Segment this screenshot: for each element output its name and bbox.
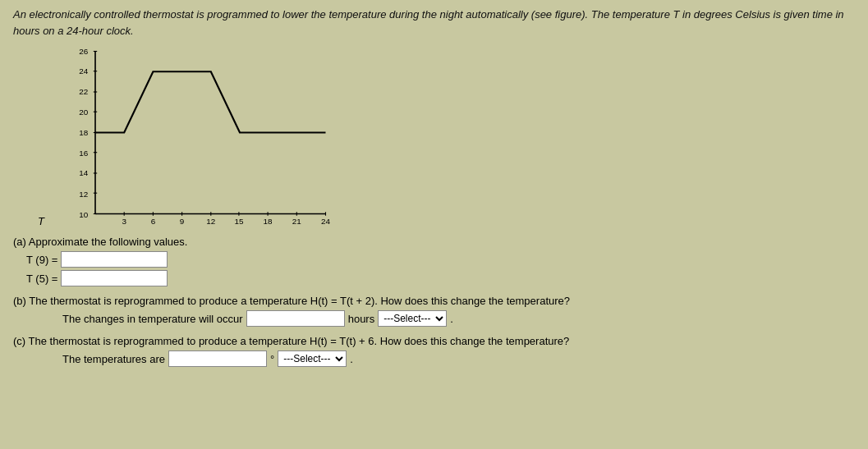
- t5-label: T (5) =: [26, 273, 57, 285]
- svg-text:6: 6: [151, 217, 156, 226]
- hours-input[interactable]: [246, 310, 345, 327]
- svg-text:26: 26: [79, 47, 89, 56]
- svg-text:24: 24: [79, 66, 89, 76]
- t9-input[interactable]: [61, 251, 168, 268]
- intro-text: An electronically controlled thermostat …: [13, 7, 855, 39]
- part-b-period: .: [450, 313, 453, 325]
- part-c-period: .: [350, 353, 353, 365]
- svg-text:18: 18: [264, 217, 273, 226]
- svg-text:t: t: [209, 226, 213, 227]
- t9-label: T (9) =: [26, 254, 57, 266]
- svg-text:9: 9: [180, 217, 185, 226]
- part-b-select[interactable]: ---Select--- earlier later: [378, 310, 447, 327]
- part-a: (a) Approximate the following values. T …: [13, 236, 855, 286]
- temperature-graph: 10 12 14 16 18 20 22 24 26 3 6 9 12: [64, 47, 343, 227]
- part-c: (c) The thermostat is reprogrammed to pr…: [13, 335, 855, 367]
- svg-text:12: 12: [79, 190, 88, 199]
- part-c-select[interactable]: ---Select--- higher lower: [278, 350, 347, 367]
- svg-text:3: 3: [122, 217, 126, 226]
- t5-input[interactable]: [61, 270, 168, 286]
- svg-text:14: 14: [79, 168, 89, 177]
- part-a-label: (a) Approximate the following values.: [13, 236, 855, 248]
- part-b: (b) The thermostat is reprogrammed to pr…: [13, 295, 855, 327]
- part-b-sublabel: The changes in temperature will occur: [62, 313, 243, 325]
- svg-text:20: 20: [79, 108, 89, 117]
- part-b-label: (b) The thermostat is reprogrammed to pr…: [13, 295, 855, 307]
- y-axis-label: T: [38, 215, 44, 227]
- part-c-label: (c) The thermostat is reprogrammed to pr…: [13, 335, 855, 347]
- svg-text:15: 15: [234, 217, 244, 226]
- svg-text:24: 24: [321, 217, 331, 226]
- temp-input[interactable]: [168, 350, 267, 367]
- svg-text:12: 12: [206, 217, 215, 226]
- svg-text:16: 16: [79, 149, 89, 158]
- svg-text:18: 18: [79, 128, 89, 137]
- svg-text:22: 22: [79, 87, 88, 96]
- hours-text: hours: [348, 313, 375, 325]
- svg-text:10: 10: [79, 210, 89, 219]
- degree-symbol: °: [270, 353, 274, 365]
- svg-text:21: 21: [292, 217, 302, 226]
- part-c-sublabel: The temperatures are: [62, 353, 165, 365]
